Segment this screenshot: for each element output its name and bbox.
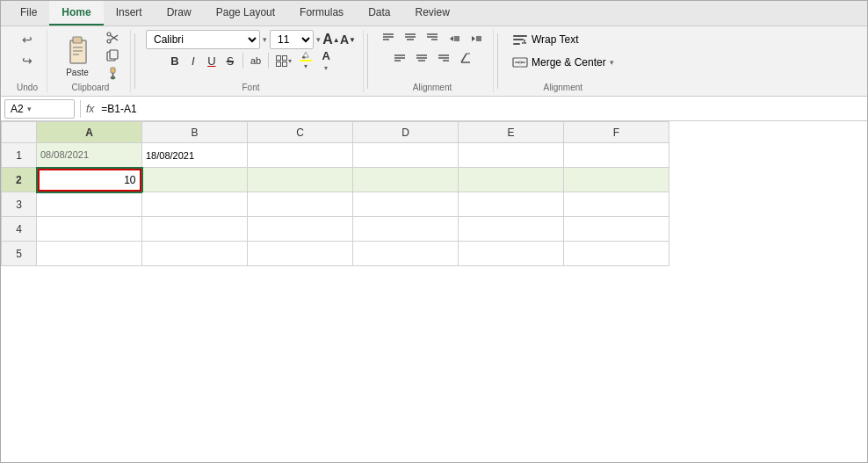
merge-center-button[interactable]: Merge & Center ▾ (509, 53, 618, 72)
table-row: 3 (2, 192, 669, 217)
svg-point-6 (107, 40, 111, 43)
row-header-1: 1 (2, 143, 37, 168)
cell-e1[interactable] (459, 143, 564, 168)
font-size-select[interactable]: 11 (270, 30, 314, 49)
tab-formulas[interactable]: Formulas (287, 1, 356, 25)
align-middle-right-button[interactable] (434, 49, 453, 67)
spreadsheet: A B C D E F 1 08/08/2021 18/08/2021 (1, 121, 867, 462)
col-header-f[interactable]: F (564, 122, 669, 143)
align-top-center-button[interactable] (401, 30, 420, 47)
undo-group: ↩ ↪ Undo (8, 30, 47, 92)
increase-font-button[interactable]: A▲ (323, 30, 339, 49)
tab-home[interactable]: Home (49, 1, 103, 25)
cell-d5[interactable] (353, 242, 459, 266)
cell-f4[interactable] (564, 217, 669, 242)
cell-b1[interactable]: 18/08/2021 (142, 143, 248, 168)
cell-c1[interactable] (248, 143, 353, 168)
cell-b2[interactable] (142, 168, 248, 192)
strikethrough-button[interactable]: S̶ (222, 51, 238, 70)
formula-input[interactable] (101, 103, 864, 115)
excel-window: File Home Insert Draw Page Layout Formul… (0, 0, 868, 463)
cell-a4[interactable] (37, 217, 142, 242)
font-row2: B I U S̶ ab (167, 51, 335, 70)
cell-b5[interactable] (142, 242, 248, 266)
format-painter-button[interactable] (102, 65, 123, 81)
wrap-merge-group-label: Alignment (544, 83, 582, 92)
cell-f3[interactable] (564, 192, 669, 217)
wrap-merge-group-content: Wrap Text Merge & Center ▾ (509, 30, 618, 81)
cell-f1[interactable] (564, 143, 669, 168)
divider-2 (367, 33, 368, 89)
alignment-group-content (379, 30, 486, 81)
copy-button[interactable] (102, 47, 123, 63)
font-row1: Calibri ▾ 11 ▾ A▲ A▼ (146, 30, 356, 49)
font-group-label: Font (242, 83, 259, 92)
cell-e3[interactable] (459, 192, 564, 217)
cell-f5[interactable] (564, 242, 669, 266)
col-header-a[interactable]: A (37, 122, 142, 143)
col-header-c[interactable]: C (248, 122, 353, 143)
cell-reference-value: A2 (11, 103, 24, 115)
cell-b3[interactable] (142, 192, 248, 217)
formula-bar: A2 ▾ fx (1, 97, 867, 121)
paste-button[interactable]: Paste (58, 33, 97, 79)
decrease-font-button[interactable]: A▼ (340, 30, 356, 49)
tab-review[interactable]: Review (402, 1, 461, 25)
row-header-5: 5 (2, 242, 37, 266)
borders-button[interactable]: ▾ (273, 51, 294, 70)
col-header-b[interactable]: B (142, 122, 248, 143)
font-name-select[interactable]: Calibri (146, 30, 260, 49)
phonetic-button[interactable]: ab (248, 51, 264, 70)
col-header-e[interactable]: E (459, 122, 564, 143)
svg-rect-11 (111, 68, 115, 73)
tab-file[interactable]: File (8, 1, 49, 25)
italic-button[interactable]: I (185, 51, 201, 70)
bold-button[interactable]: B (167, 51, 183, 70)
cell-a3[interactable] (37, 192, 142, 217)
size-dropdown-arrow: ▾ (316, 35, 321, 44)
undo-button[interactable]: ↩ (15, 30, 40, 49)
tab-insert[interactable]: Insert (104, 1, 155, 25)
ribbon-content: ↩ ↪ Undo (1, 26, 867, 96)
tab-data[interactable]: Data (356, 1, 402, 25)
align-top-right-button[interactable] (423, 30, 442, 47)
cell-c3[interactable] (248, 192, 353, 217)
cell-d4[interactable] (353, 217, 459, 242)
cell-e2[interactable] (459, 168, 564, 192)
cell-d1[interactable] (353, 143, 459, 168)
spreadsheet-table: A B C D E F 1 08/08/2021 18/08/2021 (1, 121, 669, 266)
cut-button[interactable] (102, 30, 123, 46)
cell-c5[interactable] (248, 242, 353, 266)
cell-b4[interactable] (142, 217, 248, 242)
cell-reference-box[interactable]: A2 ▾ (4, 99, 75, 119)
tab-draw[interactable]: Draw (155, 1, 204, 25)
redo-button[interactable]: ↪ (15, 51, 40, 70)
font-color-button[interactable]: A ▾ (317, 51, 335, 70)
cell-f2[interactable] (564, 168, 669, 192)
cell-d3[interactable] (353, 192, 459, 217)
svg-point-5 (107, 33, 111, 36)
wrap-text-button[interactable]: Wrap Text (509, 30, 582, 49)
corner-header (2, 122, 37, 143)
cell-e4[interactable] (459, 217, 564, 242)
text-orientation-button[interactable] (456, 49, 475, 67)
indent-decrease-button[interactable] (445, 30, 464, 47)
cell-a2[interactable]: 10 (37, 168, 142, 192)
cell-e5[interactable] (459, 242, 564, 266)
fx-label: fx (86, 103, 94, 115)
fill-color-button[interactable]: ▾ (297, 51, 315, 70)
cell-a5[interactable] (37, 242, 142, 266)
underline-button[interactable]: U (204, 51, 220, 70)
cell-d2[interactable] (353, 168, 459, 192)
align-middle-left-button[interactable] (390, 49, 409, 67)
align-middle-center-button[interactable] (412, 49, 431, 67)
col-header-d[interactable]: D (353, 122, 459, 143)
indent-increase-button[interactable] (467, 30, 486, 47)
cell-a1[interactable]: 08/08/2021 (37, 143, 142, 168)
table-row: 4 (2, 217, 669, 242)
tab-page-layout[interactable]: Page Layout (204, 1, 287, 25)
cell-c2[interactable] (248, 168, 353, 192)
align-top-left-button[interactable] (379, 30, 398, 47)
cell-c4[interactable] (248, 217, 353, 242)
ribbon-tabs: File Home Insert Draw Page Layout Formul… (1, 1, 867, 26)
